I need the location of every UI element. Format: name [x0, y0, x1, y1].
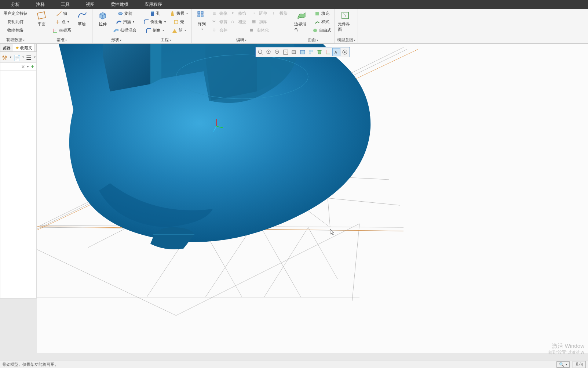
trim-icon: ✂: [212, 19, 218, 25]
add-icon[interactable]: +: [29, 64, 36, 70]
spin-center-button[interactable]: [341, 48, 349, 56]
shrinkwrap-button[interactable]: 收缩包络: [6, 26, 25, 34]
search-input[interactable]: [0, 65, 20, 69]
zoom-out-button[interactable]: [273, 48, 281, 56]
svg-rect-10: [198, 11, 200, 14]
plane-button[interactable]: 平面: [33, 10, 50, 28]
csys-button[interactable]: 坐标系: [51, 26, 72, 34]
axis-icon: [56, 11, 62, 17]
refit-icon: [258, 49, 263, 55]
sweep-button[interactable]: 扫描▾: [115, 18, 135, 26]
menu-apps[interactable]: 应用程序: [136, 1, 170, 8]
datum-display-button[interactable]: [324, 48, 332, 56]
boundary-blend-button[interactable]: 边界混合: [293, 10, 310, 33]
refit-button[interactable]: [256, 48, 264, 56]
shell-button[interactable]: 壳: [172, 18, 185, 26]
chamfer-button[interactable]: 倒角▾: [145, 26, 165, 34]
thicken-button[interactable]: ▦加厚: [251, 18, 268, 26]
axis-button[interactable]: 轴: [55, 10, 68, 17]
zoom-out-icon: [274, 49, 280, 55]
status-find-button[interactable]: 🔍▾: [556, 361, 570, 368]
csys-icon: [52, 28, 58, 33]
solidify-icon: ◼: [250, 28, 256, 33]
revolve-button[interactable]: 旋转: [116, 10, 134, 17]
point-button[interactable]: 点▾: [54, 18, 70, 26]
star-icon: ★: [15, 46, 19, 50]
rib-button[interactable]: 筋▾: [171, 26, 187, 34]
freestyle-button[interactable]: 自由式: [311, 26, 332, 34]
saved-views-icon: [300, 49, 306, 55]
udf-button[interactable]: 用户定义特征: [2, 10, 29, 17]
list-icon[interactable]: ☰: [26, 54, 31, 60]
menu-analysis[interactable]: 分析: [3, 1, 28, 8]
draft-button[interactable]: 拔模▾: [168, 10, 189, 17]
fix-button[interactable]: ⚬修饰: [230, 10, 247, 17]
display-icon: [291, 49, 297, 55]
tab-browser[interactable]: 览器: [0, 44, 13, 51]
svg-line-25: [352, 224, 359, 301]
annotate-display-button[interactable]: A: [332, 48, 340, 56]
svg-line-5: [53, 30, 55, 32]
menu-view[interactable]: 视图: [78, 1, 103, 8]
intersect-button[interactable]: ∩相交: [230, 18, 247, 26]
svg-rect-47: [311, 50, 313, 52]
fill-button[interactable]: 填充: [313, 10, 330, 17]
tool-icon-1[interactable]: ⚒: [2, 54, 7, 60]
ribbon-group-engineering: 孔 倒圆角▾ 倒角▾ 拔模▾ 壳 筋▾ 工程▾: [140, 9, 191, 43]
group-edit-label: 编辑▾: [194, 36, 289, 43]
fill-icon: [314, 11, 320, 17]
svg-rect-14: [315, 12, 319, 15]
perspective-button[interactable]: [315, 48, 324, 56]
saved-views-button[interactable]: [299, 48, 307, 56]
svg-rect-13: [201, 15, 203, 17]
solidify-button[interactable]: ◼实体化: [249, 26, 270, 34]
menu-tools[interactable]: 工具: [53, 1, 78, 8]
round-button[interactable]: 倒圆角▾: [142, 18, 167, 26]
mirror-button[interactable]: ▥镜像: [211, 10, 229, 17]
annotate-icon: A: [333, 49, 339, 55]
svg-line-43: [284, 50, 288, 54]
menu-annotate[interactable]: 注释: [28, 1, 53, 8]
repaint-button[interactable]: [282, 48, 290, 56]
tab-favorites[interactable]: ★收藏夹: [13, 44, 35, 51]
component-ui-button[interactable]: 元件界面: [337, 10, 353, 33]
fix-icon: ⚬: [231, 11, 237, 17]
extrude-icon: [98, 10, 108, 21]
thicken-icon: ▦: [252, 19, 258, 25]
clear-icon[interactable]: ×: [20, 64, 26, 70]
svg-line-24: [37, 249, 176, 315]
chamfer-icon: [146, 28, 151, 33]
svg-rect-9: [174, 20, 178, 24]
tool-icon-2[interactable]: 📄: [14, 54, 19, 60]
style-button[interactable]: 样式: [313, 18, 330, 26]
status-bar: 骨架模型。仅骨架功能将可用。 🔍▾ 几何: [0, 361, 588, 368]
status-message: 骨架模型。仅骨架功能将可用。: [2, 362, 59, 367]
view-mgr-icon: [308, 49, 314, 55]
sketch-icon: [77, 10, 87, 21]
mirror-icon: ▥: [212, 11, 218, 17]
extrude-button[interactable]: 拉伸: [95, 10, 111, 28]
binoculars-icon: 🔍: [559, 362, 564, 367]
hole-button[interactable]: 孔: [148, 10, 161, 17]
freestyle-icon: [312, 28, 318, 33]
menu-bar: 分析 注释 工具 视图 柔性建模 应用程序: [0, 0, 588, 9]
datum-display-icon: [325, 49, 331, 55]
svg-line-27: [326, 198, 400, 205]
svg-point-52: [344, 51, 346, 53]
merge-button[interactable]: ⊕合并: [211, 26, 229, 34]
sweep-blend-button[interactable]: 扫描混合: [112, 26, 138, 34]
trim-button[interactable]: ✂修剪: [211, 18, 229, 26]
svg-text:A: A: [335, 50, 337, 54]
copy-geom-button[interactable]: 复制几何: [6, 18, 25, 26]
pattern-button[interactable]: 阵列▾: [194, 10, 210, 32]
zoom-in-button[interactable]: [265, 48, 273, 56]
project-button[interactable]: ↓投影: [271, 10, 289, 17]
sketch-button[interactable]: 草绘: [74, 10, 90, 28]
display-style-button[interactable]: [290, 48, 298, 56]
viewport-3d[interactable]: [37, 44, 588, 353]
menu-flex[interactable]: 柔性建模: [103, 1, 136, 8]
extend-button[interactable]: ↔延伸: [251, 10, 268, 17]
svg-rect-48: [309, 53, 311, 54]
view-manager-button[interactable]: [307, 48, 315, 56]
status-right-label[interactable]: 几何: [573, 361, 586, 368]
